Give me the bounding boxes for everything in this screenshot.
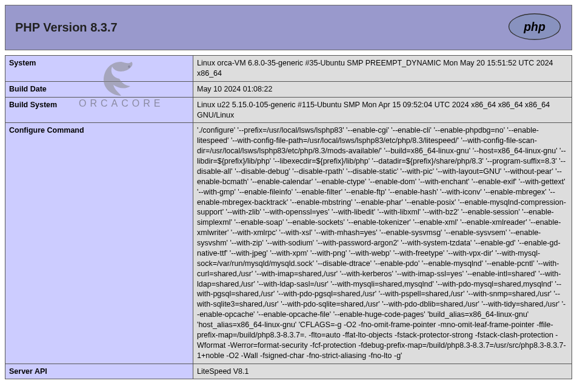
row-label-system: System: [5, 56, 193, 82]
row-value-build-date: May 10 2024 01:08:22: [193, 81, 572, 97]
page-title: PHP Version 8.3.7: [15, 21, 118, 35]
row-label-configure-command: Configure Command: [5, 123, 193, 364]
svg-text:php: php: [523, 20, 545, 33]
row-value-build-system: Linux u22 5.15.0-105-generic #115-Ubuntu…: [193, 97, 572, 123]
phpinfo-table: System Linux orca-VM 6.8.0-35-generic #3…: [5, 55, 572, 379]
row-label-server-api: Server API: [5, 364, 193, 379]
phpinfo-header: PHP Version 8.3.7 php: [5, 5, 572, 50]
php-logo: php: [507, 13, 562, 42]
row-label-build-date: Build Date: [5, 81, 193, 97]
row-value-configure-command: './configure' '--prefix=/usr/local/lsws/…: [193, 123, 572, 364]
row-value-system: Linux orca-VM 6.8.0-35-generic #35-Ubunt…: [193, 56, 572, 82]
row-label-build-system: Build System: [5, 97, 193, 123]
table-row: Build System Linux u22 5.15.0-105-generi…: [5, 97, 572, 123]
table-row: Configure Command './configure' '--prefi…: [5, 123, 572, 364]
row-value-server-api: LiteSpeed V8.1: [193, 364, 572, 379]
table-row: System Linux orca-VM 6.8.0-35-generic #3…: [5, 56, 572, 82]
table-row: Build Date May 10 2024 01:08:22: [5, 81, 572, 97]
table-row: Server API LiteSpeed V8.1: [5, 364, 572, 379]
